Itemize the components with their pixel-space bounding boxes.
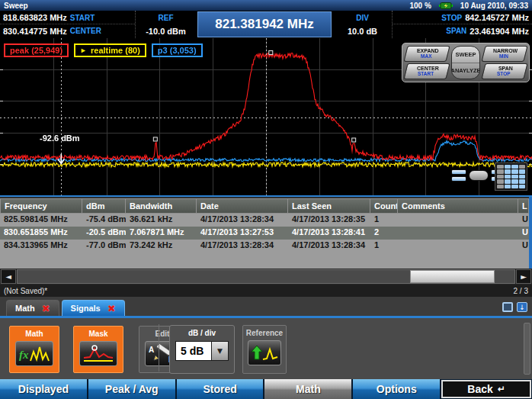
table-cell: 73.242 kHz [126,240,197,253]
table-cell: 825.598145 MHz [0,214,82,227]
table-header-row: FrequencydBmBandwidthDateLast SeenCountC… [0,197,529,214]
analyze-button[interactable]: ANAYLYZE [452,63,479,79]
battery-charging-icon [439,2,453,9]
table-column-header[interactable]: Bandwidth [126,198,197,214]
ref-panel[interactable]: REF -10.0 dBm [135,11,196,38]
stop-span-panel: STOP 842.145727 MHz SPAN 23.461904 MHz [393,11,532,38]
title-bar: Sweep 100 % 10 Aug 2010, 09:33 [0,0,532,11]
div-panel[interactable]: DIV 10.0 dB [333,11,393,38]
center-start-button[interactable]: CENTER START [403,63,450,79]
math-tool-label: Math [25,330,43,338]
scrollbar-track[interactable] [17,269,515,284]
table-cell: U [518,227,529,240]
table-cell: 4/17/2013 13:28:41 [288,227,370,240]
scroll-right-button[interactable]: ► [516,269,531,284]
div-label: DIV [356,14,369,22]
nav-button-label: Displayed [18,383,69,395]
tab-label: Math [15,304,35,313]
tabbar-icons: ↓ [502,302,527,316]
tab-close-icon[interactable]: ✖ [42,304,50,314]
bottom-nav-bar: DisplayedPeak / AvgStoredMathOptionsBack… [0,379,532,399]
table-cell: -75.4 dBm [82,214,126,227]
table-cell: 1 [370,214,398,227]
nav-button-options[interactable]: Options [353,379,441,399]
signal-table-toggle-icon[interactable] [495,162,527,191]
nav-button-stored[interactable]: Stored [177,379,265,399]
stop-row[interactable]: STOP 842.145727 MHz [393,11,532,24]
spectrum-chart[interactable]: peak (25,949)►realtime (80)p3 (3,053) -9… [0,38,532,197]
table-empty-area [0,253,529,269]
tab-bar: Math✖Signals✖ ↓ [0,297,532,316]
span-stop-button[interactable]: SPAN STOP [481,63,527,79]
math-fx-waveform-icon: fx [15,341,53,366]
span-row[interactable]: SPAN 23.461904 MHz [393,24,532,37]
table-column-header[interactable]: Date [197,198,288,214]
table-row[interactable]: 834.313965 MHz-77.0 dBm73.242 kHz4/17/20… [0,240,529,253]
dock-down-icon[interactable]: ↓ [517,302,527,312]
window-restore-icon[interactable] [502,302,513,312]
table-column-header[interactable]: Last Seen [288,198,370,214]
expand-max-button[interactable]: EXPAND MAX [403,46,450,62]
db-per-div-group: dB / div 5 dB ▼ [169,325,235,374]
table-cell: U [518,214,529,227]
table-cell: 4/17/2013 13:28:34 [197,240,288,253]
table-cell: U [518,240,529,253]
edit-tool-label: Edit [155,330,170,338]
pan-left-bars[interactable] [451,169,466,182]
math-tool-button[interactable]: Math fx [9,326,59,373]
div-value: 10.0 dB [348,27,377,36]
tab-math[interactable]: Math✖ [6,300,59,316]
reference-arrow-waveform-icon [248,340,281,365]
table-column-header[interactable]: Frequency [0,198,82,214]
nav-button-peak-avg[interactable]: Peak / Avg [88,379,177,399]
table-column-header[interactable]: dBm [82,198,126,214]
table-body: 825.598145 MHz-75.4 dBm36.621 kHz4/17/20… [0,214,529,253]
table-cell: 4/17/2013 13:28:34 [288,240,370,253]
table-row[interactable]: 830.651855 MHz-20.5 dBm7.067871 MHz4/17/… [0,227,529,240]
datetime-display: 10 Aug 2010, 09:33 [460,2,528,10]
spectrum-analyzer-app: Sweep 100 % 10 Aug 2010, 09:33 818.68382… [0,0,532,399]
table-cell: 4/17/2013 13:27:53 [197,227,288,240]
nav-button-displayed[interactable]: Displayed [0,379,88,399]
frequency-header: 818.683823 MHz START 830.414775 MHz CENT… [0,11,532,38]
dropdown-arrow-icon[interactable]: ▼ [212,341,229,361]
save-status: (Not Saved)* [4,287,47,295]
scrollbar-thumb[interactable] [410,270,495,283]
tool-panel-scrollbar[interactable] [524,323,530,375]
tab-signals[interactable]: Signals✖ [62,300,125,316]
center-frequency-display[interactable]: 821.381942 MHz [197,11,332,37]
sweep-button[interactable]: SWEEP [452,47,479,63]
table-horizontal-scrollbar: ◄ ► [0,269,532,285]
narrow-min-button[interactable]: NARROW MIN [481,46,527,62]
nav-button-back[interactable]: Back↵ [441,380,531,398]
start-row[interactable]: 818.683823 MHz START [0,11,135,24]
mask-tool-label: Mask [88,330,107,338]
reference-tool-button[interactable]: Reference [242,325,287,374]
trace-legend-box[interactable]: ►realtime (80) [74,43,146,57]
start-value: 818.683823 MHz [3,13,67,22]
tab-close-icon[interactable]: ✖ [107,304,116,314]
center-row[interactable]: 830.414775 MHz CENTER [0,24,135,37]
start-center-panel: 818.683823 MHz START 830.414775 MHz CENT… [0,11,135,38]
ref-label: REF [159,14,174,22]
trace-legend-box[interactable]: p3 (3,053) [152,43,203,57]
table-column-header[interactable]: L [518,198,529,214]
db-div-dropdown[interactable]: 5 dB ▼ [175,341,229,361]
table-column-header[interactable]: Count [370,198,398,214]
mask-tool-button[interactable]: Mask [73,326,123,373]
trace-legend-box[interactable]: peak (25,949) [4,43,69,57]
svg-text:A: A [149,346,154,354]
nav-button-math[interactable]: Math [264,379,353,399]
tabs-container: Math✖Signals✖ [6,300,127,316]
pan-center-handle[interactable] [469,170,489,181]
start-label: START [70,14,95,22]
battery-percent: 100 % [410,2,431,10]
sweep-nav-pad: EXPAND MAX SWEEP ANAYLYZE NARROW MIN CEN… [402,43,530,82]
min-label: MIN [499,54,508,60]
sweep-analyze-pill: SWEEP ANAYLYZE [451,46,480,79]
nav-button-label: Back [467,383,492,395]
table-column-header[interactable]: Comments [398,198,518,214]
nav-button-label: Peak / Avg [105,383,159,395]
scroll-left-button[interactable]: ◄ [1,269,16,284]
table-row[interactable]: 825.598145 MHz-75.4 dBm36.621 kHz4/17/20… [0,214,529,227]
